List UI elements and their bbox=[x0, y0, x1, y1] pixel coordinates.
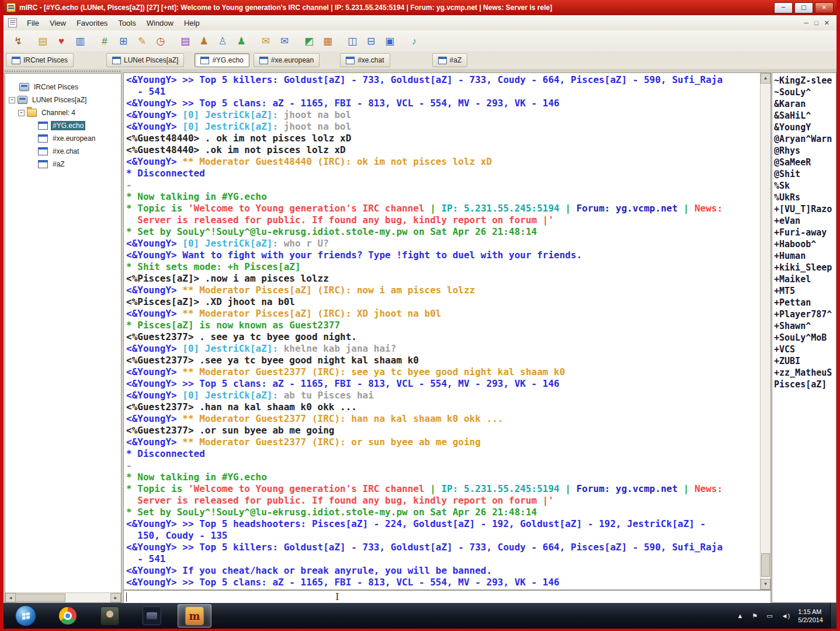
dark-app-taskbar-button[interactable] bbox=[136, 605, 168, 627]
message-input[interactable]: I bbox=[123, 590, 771, 604]
clipboard-icon[interactable]: ▥ bbox=[72, 33, 88, 48]
tree-item-yg-echo[interactable]: #YG.echo bbox=[5, 119, 121, 132]
scroll-thumb[interactable] bbox=[15, 594, 65, 602]
photos-taskbar-button[interactable] bbox=[93, 605, 126, 627]
scroll-left-button[interactable]: ◄ bbox=[5, 593, 16, 602]
tab-lunet-pisces-az[interactable]: LUNet Pisces[aZ] bbox=[106, 53, 184, 67]
volume-icon[interactable]: ◄) bbox=[782, 612, 790, 619]
dcc-send-icon[interactable]: ✉ bbox=[258, 33, 273, 48]
minimize-button[interactable]: ─ bbox=[774, 2, 793, 13]
nicklist-item[interactable]: +Furi-away bbox=[774, 227, 836, 238]
nicklist-item[interactable]: +eVan bbox=[774, 215, 836, 227]
notify-list-icon[interactable]: ♟ bbox=[234, 33, 249, 48]
channels-list-icon[interactable]: # bbox=[97, 33, 112, 48]
tray-expand-button[interactable]: ▲ bbox=[737, 612, 743, 619]
nicklist-item[interactable]: &Karan bbox=[774, 98, 836, 110]
windows-flag-icon bbox=[22, 612, 30, 620]
sounds-icon[interactable]: ♪ bbox=[407, 33, 422, 48]
mdi-minimize-button[interactable]: ─ bbox=[804, 19, 808, 27]
font-icon[interactable]: ▦ bbox=[320, 33, 335, 48]
user-add-icon[interactable]: ♙ bbox=[215, 33, 230, 48]
action-center-icon[interactable]: ⚑ bbox=[752, 612, 758, 620]
tree-horizontal-scrollbar[interactable]: ◄ ► bbox=[5, 592, 121, 602]
menu-tools[interactable]: Tools bbox=[113, 16, 141, 30]
start-button[interactable] bbox=[9, 605, 42, 627]
tab-xe-chat[interactable]: #xe.chat bbox=[340, 53, 390, 67]
tab-ircnet-pisces[interactable]: IRCnet Pisces bbox=[6, 53, 74, 67]
toolbar: ↯▤♥▥#⊞✎◷▤♟♙♟✉✉◩▦◫⊟▣♪ bbox=[4, 30, 836, 52]
menu-favorites[interactable]: Favorites bbox=[71, 16, 113, 30]
nicklist-item[interactable]: +SouLy^MoB bbox=[774, 332, 836, 344]
nicklist-item[interactable]: +zz_MatheuS bbox=[774, 367, 836, 379]
show-desktop-button[interactable] bbox=[830, 603, 836, 629]
menu-help[interactable]: Help bbox=[179, 16, 205, 30]
menu-view[interactable]: View bbox=[44, 16, 71, 30]
timer-icon[interactable]: ◷ bbox=[153, 33, 168, 48]
nicklist-item[interactable]: Pisces[aZ] bbox=[774, 379, 836, 390]
menu-window[interactable]: Window bbox=[141, 16, 179, 30]
mirc-taskbar-button[interactable]: m bbox=[178, 604, 211, 627]
nicklist-item[interactable]: +Haboob^ bbox=[774, 238, 836, 250]
nicklist-item[interactable]: @Aryan^Warn bbox=[774, 133, 836, 145]
nicklist-item[interactable]: +Pettan bbox=[774, 297, 836, 308]
tab-xe-european[interactable]: #xe.european bbox=[254, 53, 320, 67]
tree-item-ircnet-pisces[interactable]: IRCnet Pisces bbox=[5, 81, 121, 93]
nicklist-item[interactable]: &YoungY bbox=[774, 122, 836, 133]
network-icon[interactable]: ▭ bbox=[766, 612, 772, 620]
mdi-child-icon[interactable] bbox=[8, 18, 17, 27]
tree-expander-icon[interactable]: - bbox=[9, 97, 15, 103]
tree-expander-icon[interactable]: - bbox=[18, 110, 25, 116]
tree-item-xe-european[interactable]: #xe.european bbox=[5, 132, 121, 145]
nicklist-item[interactable]: +VCS bbox=[774, 344, 836, 355]
nicklist-item[interactable]: +ZUBI bbox=[774, 355, 836, 367]
users-icon[interactable]: ♟ bbox=[196, 33, 211, 48]
stack-windows-icon[interactable]: ⊟ bbox=[363, 33, 379, 48]
menu-file[interactable]: File bbox=[22, 16, 44, 30]
chat-log[interactable]: <&YoungY> >> Top 5 killers: Goldust[aZ] … bbox=[126, 74, 759, 590]
chat-scrollbar[interactable]: ▲ ▼ bbox=[760, 73, 770, 590]
close-button[interactable]: ✕ bbox=[815, 2, 834, 13]
nicklist-item[interactable]: ~KingZ-slee bbox=[774, 75, 836, 86]
monitor-icon[interactable]: ⊞ bbox=[116, 33, 131, 48]
tree-item-az[interactable]: #aZ bbox=[5, 158, 121, 171]
nicklist-item[interactable]: @Rhys bbox=[774, 145, 836, 157]
options-folder-icon[interactable]: ▤ bbox=[35, 33, 50, 48]
address-book-icon[interactable]: ▤ bbox=[178, 33, 193, 48]
treebar-grip[interactable] bbox=[5, 71, 120, 72]
tree-item-lunet-pisces-az[interactable]: -LUNet Pisces[aZ] bbox=[5, 93, 121, 106]
nicklist-item[interactable]: @Shit bbox=[774, 168, 836, 180]
scroll-thumb[interactable] bbox=[761, 553, 770, 577]
nicklist-item[interactable]: @SaMeeR bbox=[774, 157, 836, 168]
nicklist-item[interactable]: +[VU_T]Razo bbox=[774, 203, 836, 215]
mdi-close-button[interactable]: ✕ bbox=[824, 19, 829, 27]
title-bar: mIRC - [#YG.echo (LUNet, Pisces[aZ]) [27… bbox=[4, 0, 836, 15]
scripts-editor-icon[interactable]: ✎ bbox=[134, 33, 150, 48]
scroll-up-button[interactable]: ▲ bbox=[761, 73, 770, 84]
tab-yg-echo[interactable]: #YG.echo bbox=[195, 53, 249, 67]
favorites-icon[interactable]: ♥ bbox=[54, 33, 69, 48]
nicklist-item[interactable]: +Shawn^ bbox=[774, 320, 836, 332]
nicklist-item[interactable]: +Human bbox=[774, 250, 836, 262]
cascade-windows-icon[interactable]: ▣ bbox=[382, 33, 397, 48]
connect-icon[interactable]: ↯ bbox=[11, 33, 26, 48]
scroll-down-button[interactable]: ▼ bbox=[761, 579, 770, 590]
restore-button[interactable]: □ bbox=[794, 2, 813, 13]
dcc-get-icon[interactable]: ✉ bbox=[277, 33, 292, 48]
nicklist-item[interactable]: %UkRs bbox=[774, 192, 836, 203]
nicklist-item[interactable]: &SaHiL^ bbox=[774, 110, 836, 122]
tree-item-channel-4[interactable]: -Channel: 4 bbox=[5, 106, 121, 119]
chrome-taskbar-button[interactable] bbox=[51, 605, 84, 627]
scroll-right-button[interactable]: ► bbox=[110, 593, 121, 602]
tile-windows-icon[interactable]: ◫ bbox=[345, 33, 360, 48]
nicklist-item[interactable]: +kiki_Sleep bbox=[774, 262, 836, 273]
tree-item-xe-chat[interactable]: #xe.chat bbox=[5, 145, 121, 158]
tab-az[interactable]: #aZ bbox=[432, 53, 468, 67]
nicklist-item[interactable]: +Maikel bbox=[774, 273, 836, 285]
nicklist-item[interactable]: +Player787^ bbox=[774, 308, 836, 320]
taskbar-clock[interactable]: 1:15 AM 5/2/2014 bbox=[798, 608, 823, 624]
nicklist-item[interactable]: +MT5 bbox=[774, 285, 836, 297]
colors-icon[interactable]: ◩ bbox=[301, 33, 317, 48]
nicklist-item[interactable]: %Sk bbox=[774, 180, 836, 192]
mdi-restore-button[interactable]: □ bbox=[814, 19, 818, 27]
nicklist-item[interactable]: ~SouLy^ bbox=[774, 86, 836, 98]
